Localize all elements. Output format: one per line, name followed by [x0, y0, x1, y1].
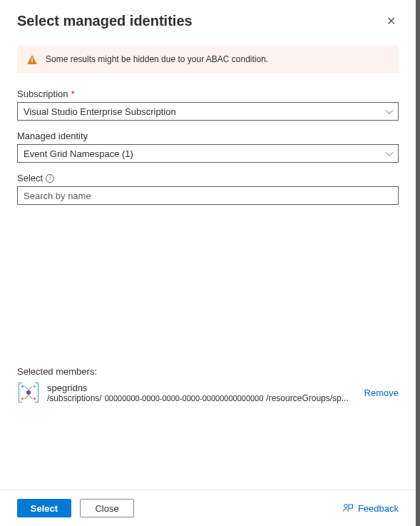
remove-link[interactable]: Remove	[364, 388, 399, 398]
chevron-down-icon	[385, 108, 392, 115]
warning-text: Some results might be hidden due to your…	[46, 54, 268, 64]
managed-identity-value: Event Grid Namespace (1)	[24, 148, 133, 159]
managed-identity-dropdown[interactable]: Event Grid Namespace (1)	[17, 144, 399, 163]
select-label: Select i	[17, 173, 399, 183]
close-icon[interactable]: ✕	[384, 13, 399, 30]
feedback-link[interactable]: Feedback	[342, 502, 399, 514]
selected-member-row: spegridns /subscriptions/ 00000000-0000-…	[17, 381, 399, 404]
close-button[interactable]: Close	[80, 499, 134, 517]
managed-identity-label: Managed identity	[17, 131, 399, 141]
subscription-value: Visual Studio Enterprise Subscription	[24, 106, 176, 117]
info-icon[interactable]: i	[46, 174, 54, 183]
select-button[interactable]: Select	[17, 499, 71, 517]
member-path: /subscriptions/ 00000000-0000-0000-0000-…	[47, 393, 353, 403]
warning-icon	[27, 55, 37, 64]
member-name: spegridns	[47, 383, 353, 393]
panel-title: Select managed identities	[17, 13, 193, 29]
subscription-dropdown[interactable]: Visual Studio Enterprise Subscription	[17, 102, 399, 121]
feedback-icon	[342, 502, 354, 514]
chevron-down-icon	[385, 150, 392, 157]
search-input[interactable]	[24, 191, 392, 201]
svg-point-0	[344, 505, 348, 508]
selected-members-label: Selected members:	[17, 366, 399, 377]
event-grid-icon	[17, 381, 40, 404]
subscription-label: Subscription *	[17, 88, 399, 99]
search-input-wrapper[interactable]	[17, 186, 399, 205]
required-indicator: *	[71, 88, 75, 99]
warning-banner: Some results might be hidden due to your…	[17, 46, 399, 73]
